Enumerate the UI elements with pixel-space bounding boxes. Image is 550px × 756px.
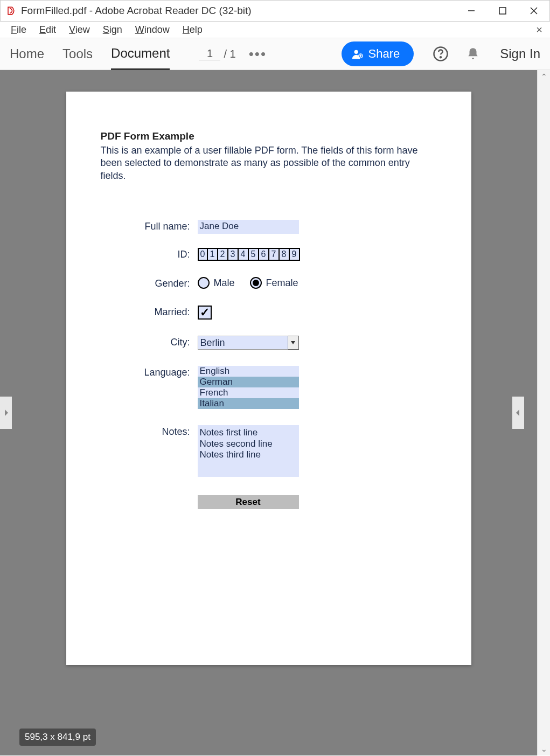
left-panel-handle[interactable] (0, 397, 12, 429)
more-tools-icon[interactable]: ••• (249, 46, 267, 63)
right-panel-handle[interactable] (512, 397, 524, 429)
page-indicator: 1 / 1 (199, 47, 235, 60)
scroll-up-icon[interactable]: ⌃ (538, 72, 550, 81)
menu-sign[interactable]: Sign (103, 24, 122, 36)
menu-help[interactable]: Help (183, 24, 203, 36)
language-option[interactable]: French (198, 387, 299, 398)
id-digit-box[interactable]: 0 (198, 248, 208, 261)
tab-document[interactable]: Document (111, 38, 170, 70)
chevron-down-icon[interactable] (288, 336, 299, 350)
share-person-icon (351, 48, 363, 60)
pdf-page: PDF Form Example This is an example of a… (66, 92, 471, 665)
label-notes: Notes: (101, 425, 198, 438)
label-married: Married: (101, 306, 198, 318)
vertical-scrollbar[interactable]: ⌃ ⌄ (537, 70, 550, 755)
language-listbox[interactable]: EnglishGermanFrenchItalian (198, 366, 299, 409)
label-fullname: Full name: (101, 220, 198, 232)
notes-field[interactable]: Notes first line Notes second line Notes… (198, 425, 299, 477)
menubar: File Edit View Sign Window Help × (0, 22, 550, 38)
id-digit-box[interactable]: 8 (280, 248, 290, 261)
help-icon[interactable] (430, 43, 451, 65)
share-label: Share (368, 47, 400, 61)
menu-view[interactable]: View (69, 24, 90, 36)
id-field[interactable]: 0123456789 (198, 248, 300, 261)
document-viewer: PDF Form Example This is an example of a… (0, 70, 537, 755)
page-separator: / (224, 48, 227, 60)
signin-link[interactable]: Sign In (500, 46, 540, 61)
id-digit-box[interactable]: 2 (218, 248, 228, 261)
label-language: Language: (101, 366, 198, 378)
language-option[interactable]: Italian (198, 398, 299, 409)
id-digit-box[interactable]: 7 (269, 248, 280, 261)
gender-female-label: Female (266, 278, 298, 289)
tab-tools[interactable]: Tools (62, 39, 93, 69)
id-digit-box[interactable]: 1 (208, 248, 218, 261)
page-current-input[interactable]: 1 (199, 47, 220, 60)
language-option[interactable]: German (198, 377, 299, 387)
label-gender: Gender: (101, 277, 198, 289)
gender-male-label: Male (214, 278, 235, 289)
menu-window[interactable]: Window (135, 24, 170, 36)
page-intro: This is an example of a user fillable PD… (101, 144, 437, 182)
window-title: FormFilled.pdf - Adobe Acrobat Reader DC… (21, 5, 252, 17)
married-checkbox[interactable] (198, 306, 212, 320)
id-digit-box[interactable]: 3 (228, 248, 239, 261)
svg-point-4 (354, 50, 358, 54)
window-maximize-button[interactable] (487, 1, 518, 21)
window-minimize-button[interactable] (456, 1, 487, 21)
bell-icon[interactable] (462, 43, 484, 65)
fullname-field[interactable]: Jane Doe (198, 220, 299, 234)
label-city: City: (101, 336, 198, 348)
page-heading: PDF Form Example (101, 130, 437, 142)
id-digit-box[interactable]: 5 (249, 248, 259, 261)
toolbar: Home Tools Document 1 / 1 ••• Share Sign… (0, 38, 550, 70)
reset-button[interactable]: Reset (198, 495, 299, 509)
page-total: 1 (230, 48, 236, 60)
menu-file[interactable]: File (11, 24, 26, 36)
close-panel-icon[interactable]: × (536, 24, 542, 36)
page-size-tooltip: 595,3 x 841,9 pt (19, 729, 96, 746)
language-option[interactable]: English (198, 366, 299, 377)
svg-rect-1 (499, 8, 506, 14)
label-id: ID: (101, 248, 198, 260)
menu-edit[interactable]: Edit (39, 24, 56, 36)
id-digit-box[interactable]: 9 (290, 248, 300, 261)
share-button[interactable]: Share (342, 41, 414, 66)
id-digit-box[interactable]: 6 (259, 248, 269, 261)
scroll-down-icon[interactable]: ⌄ (538, 745, 550, 753)
svg-point-9 (440, 57, 441, 58)
window-close-button[interactable] (518, 1, 549, 21)
acrobat-icon (6, 5, 17, 16)
gender-female-radio[interactable] (250, 277, 262, 289)
tab-home[interactable]: Home (10, 39, 44, 69)
window-titlebar: FormFilled.pdf - Adobe Acrobat Reader DC… (0, 0, 550, 22)
city-select[interactable]: Berlin (198, 336, 299, 350)
gender-male-radio[interactable] (198, 277, 210, 289)
id-digit-box[interactable]: 4 (239, 248, 249, 261)
city-select-value: Berlin (198, 336, 288, 350)
